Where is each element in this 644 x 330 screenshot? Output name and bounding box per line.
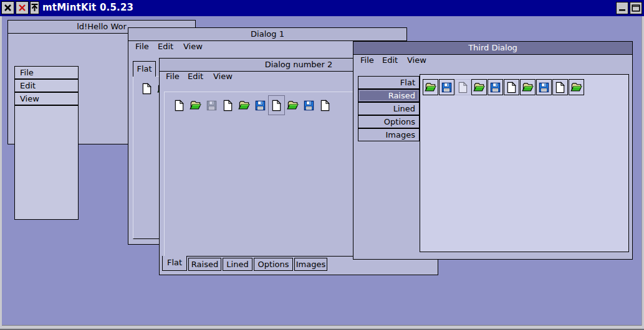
toolbar-button-save-icon [206, 99, 218, 111]
toolbar-button-new-document-icon[interactable] [141, 82, 153, 95]
menu-item-edit[interactable]: Edit [382, 55, 398, 65]
toolbar-button-open-folder-icon[interactable] [190, 99, 201, 111]
toolbar [173, 99, 331, 115]
tab-options[interactable]: Options [254, 258, 293, 271]
toolbar-button-new-document-icon[interactable] [222, 99, 234, 111]
toolbar-button-open-folder-icon[interactable] [569, 79, 584, 95]
toolbar-button-new-document-icon[interactable] [319, 99, 331, 111]
toolbar-button-new-document-icon [455, 79, 471, 95]
toolbar [423, 79, 584, 95]
app-titlebar[interactable]: mtMintKit 0.5.23 [0, 0, 644, 16]
window-titlebar[interactable]: Dialog 1 [128, 28, 406, 41]
close-red-x-icon[interactable] [16, 1, 29, 14]
menu-item-file[interactable]: File [360, 55, 374, 65]
window-titlebar[interactable]: Third Dialog [353, 42, 632, 55]
toolbar-button-new-document-icon[interactable] [552, 79, 568, 95]
minimize-icon[interactable] [616, 2, 628, 14]
tab-images[interactable]: Images [358, 128, 420, 141]
toolbar-button-new-document-icon[interactable] [504, 79, 519, 95]
toolbar-button-new-document-icon[interactable] [173, 99, 185, 111]
menu-item-view[interactable]: View [14, 92, 79, 105]
tab-images[interactable]: Images [294, 258, 327, 271]
toolbar-button-open-folder-icon[interactable] [520, 79, 536, 95]
toolbar-button-save-icon[interactable] [439, 79, 454, 95]
toolbar-button-open-folder-icon[interactable] [423, 79, 438, 95]
tab-flat[interactable]: Flat [162, 256, 187, 271]
menu-item-file[interactable]: File [135, 42, 149, 51]
toolbar-button-save-icon[interactable] [488, 79, 503, 95]
toolbar-button-open-folder-icon[interactable] [238, 99, 250, 111]
tab-raised[interactable]: Raised [358, 89, 420, 102]
close-x-icon[interactable] [1, 1, 14, 14]
tab-options[interactable]: Options [358, 115, 420, 128]
toolbar-button-new-document-icon[interactable] [268, 95, 285, 115]
menu-item-edit[interactable]: Edit [158, 42, 173, 51]
toolbar-button-save-icon[interactable] [303, 99, 315, 111]
menu-item-view[interactable]: View [407, 55, 426, 65]
toolbar-button-save-icon[interactable] [536, 79, 552, 95]
tab-flat[interactable]: Flat [358, 76, 420, 89]
menu-item-edit[interactable]: Edit [188, 72, 203, 81]
window-third-dialog: Third Dialog File Edit View Flat Raised … [353, 41, 633, 260]
maximize-icon[interactable] [630, 2, 642, 14]
tab-raised[interactable]: Raised [188, 258, 221, 271]
open-menu-panel [14, 105, 79, 220]
toolbar-button-save-icon[interactable] [254, 99, 266, 111]
toolbar-button-open-folder-icon[interactable] [287, 99, 299, 111]
tab-lined[interactable]: Lined [358, 102, 420, 115]
menu-item-file[interactable]: File [166, 72, 180, 81]
toolbar-button-open-folder-icon[interactable] [471, 79, 487, 95]
shade-arrow-up-icon[interactable] [30, 1, 39, 14]
application-window: mtMintKit 0.5.23 ld!Hello Wor File Edit … [0, 0, 644, 330]
menu-item-view[interactable]: View [213, 72, 233, 81]
tab-lined[interactable]: Lined [223, 258, 252, 271]
tab-flat[interactable]: Flat [133, 61, 156, 77]
tab-page-panel [420, 74, 629, 252]
menu-item-view[interactable]: View [183, 42, 203, 51]
app-title: mtMintKit 0.5.23 [42, 2, 133, 13]
menu-item-edit[interactable]: Edit [14, 79, 79, 92]
menu-item-file[interactable]: File [14, 66, 79, 79]
